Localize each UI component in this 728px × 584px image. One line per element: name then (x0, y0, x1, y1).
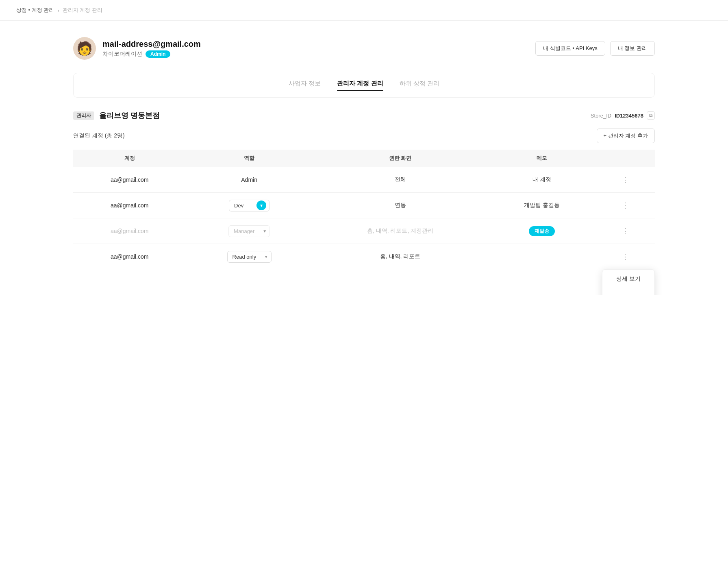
account-email: aa@gmail.com (73, 244, 186, 270)
more-menu-button[interactable]: ⋮ (618, 225, 632, 237)
tab-admin[interactable]: 관리자 계정 관리 (337, 80, 383, 91)
role-select[interactable]: Dev (229, 200, 269, 211)
account-actions: ⋮ (595, 167, 655, 193)
copy-icon[interactable]: ⧉ (647, 111, 655, 120)
profile-company: 차이코퍼레이션 (102, 50, 142, 58)
tab-section: 사업자 정보 관리자 계정 관리 하위 상점 관리 (73, 73, 655, 98)
store-name: 올리브영 명동본점 (99, 111, 160, 120)
role-select[interactable]: Manager (228, 225, 270, 237)
accounts-header: 연결된 계정 (총 2명) + 관리자 계정 추가 (73, 129, 655, 143)
accounts-table: 계정 역할 권한 화면 메모 aa@gmail.comAdmin전체내 계정⋮a… (73, 150, 655, 269)
col-account: 계정 (73, 150, 186, 167)
profile-actions: 내 식별코드 • API Keys 내 정보 관리 (535, 41, 655, 56)
tab-business[interactable]: 사업자 정보 (289, 80, 321, 91)
account-memo: 내 계정 (488, 167, 595, 193)
store-section: 관리자 올리브영 명동본점 Store_ID ID12345678 ⧉ 연결된 … (73, 111, 655, 279)
accounts-count: 연결된 계정 (총 2명) (73, 132, 125, 139)
account-actions: ⋮ (595, 193, 655, 218)
my-info-button[interactable]: 내 정보 관리 (610, 41, 655, 56)
dropdown-detail[interactable]: 상세 보기 (602, 270, 654, 288)
table-row: aa@gmail.comManager▼홈, 내역, 리포트, 계정관리재발송⋮ (73, 218, 655, 244)
tab-sub[interactable]: 하위 상점 관리 (400, 80, 439, 91)
breadcrumb-separator: › (57, 7, 59, 13)
table-row: aa@gmail.comAdmin전체내 계정⋮ (73, 167, 655, 193)
avatar-emoji: 🧑 (76, 42, 93, 55)
avatar: 🧑 (73, 37, 96, 60)
account-email: aa@gmail.com (73, 193, 186, 218)
table-row: aa@gmail.comDev▼연동개발팀 홍길동⋮ (73, 193, 655, 218)
breadcrumb-home: 상점 • 계정 관리 (16, 7, 54, 14)
breadcrumb-current: 관리자 계정 관리 (63, 7, 102, 14)
account-actions: 상세 보기계정 삭제⋮ (595, 244, 655, 270)
store-title-row: 관리자 올리브영 명동본점 (73, 111, 160, 120)
more-menu-button[interactable]: ⋮ (618, 174, 632, 186)
more-menu-button[interactable]: ⋮ (618, 199, 632, 211)
col-permissions: 권한 화면 (313, 150, 488, 167)
account-permissions: 홈, 내역, 리포트 (313, 244, 488, 270)
breadcrumb: 상점 • 계정 관리 › 관리자 계정 관리 (0, 0, 728, 21)
table-row: aa@gmail.comRead only▼홈, 내역, 리포트상세 보기계정 … (73, 244, 655, 270)
manager-badge: 관리자 (73, 111, 94, 120)
memo-badge: 재발송 (529, 226, 555, 236)
profile-left: 🧑 mail-address@gmail.com 차이코퍼레이션 Admin (73, 37, 201, 60)
admin-role-badge: Admin (146, 50, 170, 58)
account-memo (488, 244, 595, 270)
account-email: aa@gmail.com (73, 167, 186, 193)
col-role: 역할 (186, 150, 312, 167)
account-memo: 재발송 (488, 218, 595, 244)
store-header: 관리자 올리브영 명동본점 Store_ID ID12345678 ⧉ (73, 111, 655, 120)
store-id-value: ID12345678 (615, 113, 643, 119)
col-memo: 메모 (488, 150, 595, 167)
profile-info: mail-address@gmail.com 차이코퍼레이션 Admin (102, 39, 201, 58)
account-permissions: 전체 (313, 167, 488, 193)
profile-email: mail-address@gmail.com (102, 39, 201, 49)
account-memo: 개발팀 홍길동 (488, 193, 595, 218)
api-keys-button[interactable]: 내 식별코드 • API Keys (535, 41, 605, 56)
table-header-row: 계정 역할 권한 화면 메모 (73, 150, 655, 167)
col-actions (595, 150, 655, 167)
account-email: aa@gmail.com (73, 218, 186, 244)
dropdown-delete[interactable]: 계정 삭제 (602, 288, 654, 295)
account-role: Admin (186, 167, 312, 193)
store-id-label: Store_ID (591, 113, 611, 119)
account-role[interactable]: Dev▼ (186, 193, 312, 218)
account-role[interactable]: Manager▼ (186, 218, 312, 244)
dropdown-popup: 상세 보기계정 삭제 (602, 269, 655, 295)
role-select[interactable]: Read only (227, 251, 272, 263)
account-role[interactable]: Read only▼ (186, 244, 312, 270)
more-menu-button[interactable]: ⋮ (618, 251, 632, 263)
account-permissions: 홈, 내역, 리포트, 계정관리 (313, 218, 488, 244)
account-actions: ⋮ (595, 218, 655, 244)
add-account-button[interactable]: + 관리자 계정 추가 (597, 129, 655, 143)
store-id-row: Store_ID ID12345678 ⧉ (591, 111, 655, 120)
profile-header: 🧑 mail-address@gmail.com 차이코퍼레이션 Admin 내… (73, 37, 655, 60)
profile-company-row: 차이코퍼레이션 Admin (102, 50, 201, 58)
tabs: 사업자 정보 관리자 계정 관리 하위 상점 관리 (74, 73, 654, 97)
account-permissions: 연동 (313, 193, 488, 218)
